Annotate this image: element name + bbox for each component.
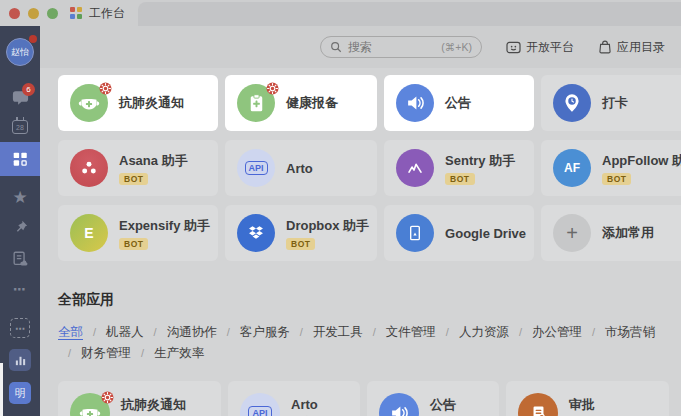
search-placeholder: 搜索 [348,39,372,56]
open-platform-button[interactable]: 开放平台 [506,39,574,56]
clipboard-icon [237,84,275,122]
search-shortcut: (⌘+K) [441,41,472,53]
workbench-grid-icon [70,7,82,19]
workspace-badge[interactable]: 明 [9,382,31,404]
star-icon: ★ [12,189,27,206]
tab-strip[interactable] [138,2,681,26]
app-card-kangfeiyan[interactable]: 抗肺炎通知关于新型冠状病毒防护… [58,381,221,416]
virus-badge-icon [99,81,112,94]
af-icon: AF [553,149,591,187]
category-全部[interactable]: 全部 [58,322,83,343]
more-apps-icon[interactable]: ⋯ [10,318,30,338]
app-name: Dropbox 助手 [286,217,369,235]
category-文件管理[interactable]: 文件管理 [386,322,436,343]
app-card-sentry[interactable]: Sentry 助手BOT [384,140,534,196]
app-name: 添加常用 [602,224,654,242]
workbench-icon [11,150,29,168]
sidebar-item-calendar[interactable]: 28 [0,112,40,142]
toolbar: 搜索 (⌘+K) 开放平台 应用目录 [40,26,681,68]
app-name: Arto [286,161,313,176]
zoom-button[interactable] [47,8,58,19]
search-icon [330,41,342,53]
sidebar-item-more[interactable]: ⋯ [0,274,40,304]
category-separator: / [373,322,376,343]
traffic-lights [9,8,58,19]
app-window: 工作台 赵怡 6 28 [0,0,681,416]
category-separator: / [93,322,96,343]
calendar-icon: 28 [12,120,28,134]
app-card-add-frequent[interactable]: +添加常用 [541,205,681,261]
tab-workbench[interactable]: 工作台 [70,5,125,22]
app-name: 打卡 [602,94,628,112]
app-card-shenpi[interactable]: 审批简单、高效、开放的审… [506,381,669,416]
speaker-icon [396,84,434,122]
appfollow-logo: AF [564,161,580,175]
expensify-icon: E [70,214,108,252]
app-card-daka[interactable]: 打卡 [541,75,681,131]
app-name: Expensify 助手 [119,217,210,235]
category-人力资源[interactable]: 人力资源 [459,322,509,343]
app-card-kangfeiyan[interactable]: 抗肺炎通知 [58,75,218,131]
category-filter: 全部/机器人/沟通协作/客户服务/开发工具/文件管理/人力资源/办公管理/市场营… [58,322,669,364]
app-card-expensify[interactable]: EExpensify 助手BOT [58,205,218,261]
category-财务管理[interactable]: 财务管理 [81,343,131,364]
app-card-jiankangbaobei[interactable]: 健康报备 [225,75,377,131]
avatar-label: 赵怡 [11,46,29,59]
category-办公管理[interactable]: 办公管理 [532,322,582,343]
category-客户服务[interactable]: 客户服务 [240,322,290,343]
api-icon: API [240,393,280,416]
bar-chart-icon [14,354,27,367]
virus-badge-icon [101,390,114,403]
documents-icon [11,250,29,268]
mask-icon [70,393,110,416]
search-input[interactable]: 搜索 (⌘+K) [320,36,482,58]
category-沟通协作[interactable]: 沟通协作 [167,322,217,343]
app-name: 抗肺炎通知 [119,94,184,112]
titlebar: 工作台 [0,0,681,26]
category-生产效率[interactable]: 生产效率 [154,343,204,364]
background-window-edge [0,363,3,416]
stats-icon[interactable] [9,349,31,371]
bot-badge: BOT [286,238,315,250]
minimize-button[interactable] [28,8,39,19]
app-card-appfollow[interactable]: AFAppFollow 助手BOT [541,140,681,196]
expensify-logo: E [84,225,93,241]
category-机器人[interactable]: 机器人 [106,322,144,343]
app-card-gonggao[interactable]: 公告公告 [367,381,499,416]
speaker-icon [379,393,419,416]
sidebar-item-docs[interactable] [0,244,40,274]
sidebar: 赵怡 6 28 ★ [0,26,40,416]
app-card-gonggao[interactable]: 公告 [384,75,534,131]
sidebar-item-messages[interactable]: 6 [0,82,40,112]
messages-badge: 6 [22,83,35,96]
app-card-arto[interactable]: APIArto [225,140,377,196]
app-card-dropbox[interactable]: Dropbox 助手BOT [225,205,377,261]
app-card-gdrive[interactable]: Google Drive [384,205,534,261]
bot-badge: BOT [119,173,148,185]
sidebar-item-pins[interactable] [0,212,40,242]
app-name: Arto [291,397,318,412]
app-directory-button[interactable]: 应用目录 [598,39,665,56]
api-icon: API [237,149,275,187]
app-name: Google Drive [445,226,526,241]
avatar[interactable]: 赵怡 [6,38,34,66]
category-开发工具[interactable]: 开发工具 [313,322,363,343]
avatar-notification-dot [29,35,37,43]
virus-badge-icon [266,81,279,94]
favorites-grid: 抗肺炎通知健康报备公告打卡Asana 助手BOTAPIArtoSentry 助手… [40,68,681,261]
sidebar-item-workbench[interactable] [0,142,40,176]
app-name: 公告 [430,396,456,414]
app-name: AppFollow 助手 [602,152,681,170]
category-市场营销[interactable]: 市场营销 [605,322,655,343]
app-card-arto[interactable]: APIArto信息咨询 [228,381,360,416]
app-name: Sentry 助手 [445,152,515,170]
app-name: 抗肺炎通知 [121,396,186,414]
sidebar-item-favorites[interactable]: ★ [0,182,40,212]
close-button[interactable] [9,8,20,19]
all-apps-grid: 抗肺炎通知关于新型冠状病毒防护…APIArto信息咨询公告公告审批简单、高效、开… [40,374,681,416]
approval-icon [518,393,558,416]
category-separator: / [446,322,449,343]
app-card-asana[interactable]: Asana 助手BOT [58,140,218,196]
pin-clock-icon [553,84,591,122]
all-apps-title: 全部应用 [58,291,681,309]
